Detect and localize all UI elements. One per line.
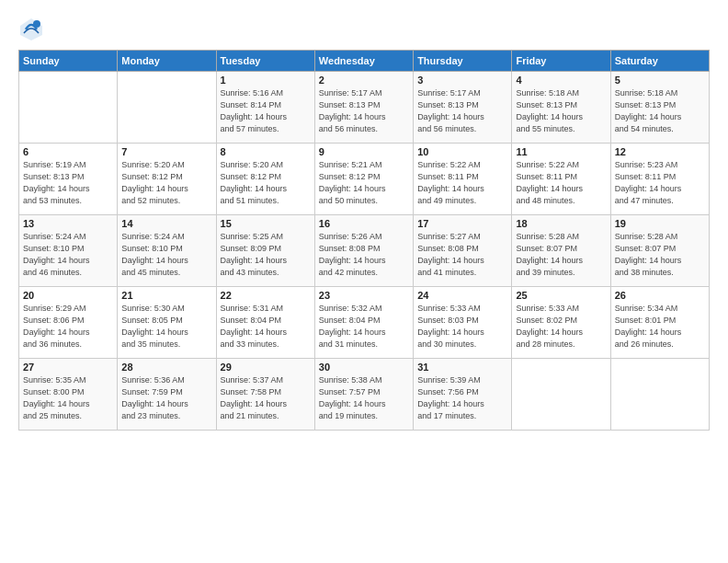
day-detail: Sunrise: 5:38 AM Sunset: 7:57 PM Dayligh… xyxy=(319,374,409,422)
header-row: SundayMondayTuesdayWednesdayThursdayFrid… xyxy=(19,51,710,72)
day-cell: 14Sunrise: 5:24 AM Sunset: 8:10 PM Dayli… xyxy=(118,215,216,287)
day-detail: Sunrise: 5:19 AM Sunset: 8:13 PM Dayligh… xyxy=(23,159,113,207)
day-cell: 31Sunrise: 5:39 AM Sunset: 7:56 PM Dayli… xyxy=(414,359,512,431)
page: SundayMondayTuesdayWednesdayThursdayFrid… xyxy=(0,0,728,563)
day-number: 21 xyxy=(121,290,211,301)
day-detail: Sunrise: 5:20 AM Sunset: 8:12 PM Dayligh… xyxy=(121,159,211,207)
day-cell: 7Sunrise: 5:20 AM Sunset: 8:12 PM Daylig… xyxy=(118,144,216,215)
day-cell: 18Sunrise: 5:28 AM Sunset: 8:07 PM Dayli… xyxy=(512,215,610,287)
day-number: 22 xyxy=(221,290,311,301)
day-cell xyxy=(512,359,610,431)
day-number: 26 xyxy=(615,290,705,301)
day-cell: 24Sunrise: 5:33 AM Sunset: 8:03 PM Dayli… xyxy=(414,287,512,359)
day-cell xyxy=(19,72,118,144)
day-cell: 2Sunrise: 5:17 AM Sunset: 8:13 PM Daylig… xyxy=(314,72,413,144)
day-cell: 8Sunrise: 5:20 AM Sunset: 8:12 PM Daylig… xyxy=(216,144,314,215)
logo xyxy=(18,17,48,42)
day-detail: Sunrise: 5:28 AM Sunset: 8:07 PM Dayligh… xyxy=(615,231,705,279)
day-number: 12 xyxy=(615,146,705,157)
day-cell: 21Sunrise: 5:30 AM Sunset: 8:05 PM Dayli… xyxy=(118,287,216,359)
header-cell-tuesday: Tuesday xyxy=(216,51,314,72)
day-number: 16 xyxy=(319,218,409,229)
header xyxy=(18,17,710,42)
day-number: 9 xyxy=(319,146,409,157)
day-cell: 10Sunrise: 5:22 AM Sunset: 8:11 PM Dayli… xyxy=(414,144,512,215)
day-detail: Sunrise: 5:20 AM Sunset: 8:12 PM Dayligh… xyxy=(221,159,311,207)
day-detail: Sunrise: 5:23 AM Sunset: 8:11 PM Dayligh… xyxy=(615,159,705,207)
day-detail: Sunrise: 5:32 AM Sunset: 8:04 PM Dayligh… xyxy=(319,303,409,350)
day-cell: 17Sunrise: 5:27 AM Sunset: 8:08 PM Dayli… xyxy=(414,215,512,287)
day-detail: Sunrise: 5:18 AM Sunset: 8:13 PM Dayligh… xyxy=(615,87,705,135)
day-cell: 6Sunrise: 5:19 AM Sunset: 8:13 PM Daylig… xyxy=(19,144,118,215)
day-cell: 20Sunrise: 5:29 AM Sunset: 8:06 PM Dayli… xyxy=(19,287,118,359)
day-cell xyxy=(118,72,216,144)
day-detail: Sunrise: 5:33 AM Sunset: 8:03 PM Dayligh… xyxy=(417,303,507,350)
day-number: 7 xyxy=(121,146,211,157)
day-number: 28 xyxy=(121,362,211,373)
day-number: 30 xyxy=(319,362,409,373)
day-detail: Sunrise: 5:17 AM Sunset: 8:13 PM Dayligh… xyxy=(319,87,409,135)
day-detail: Sunrise: 5:34 AM Sunset: 8:01 PM Dayligh… xyxy=(615,303,705,350)
day-number: 18 xyxy=(516,218,606,229)
day-cell: 1Sunrise: 5:16 AM Sunset: 8:14 PM Daylig… xyxy=(216,72,314,144)
day-number: 14 xyxy=(121,218,211,229)
day-number: 20 xyxy=(23,290,113,301)
day-cell: 28Sunrise: 5:36 AM Sunset: 7:59 PM Dayli… xyxy=(118,359,216,431)
header-cell-monday: Monday xyxy=(118,51,216,72)
day-cell: 22Sunrise: 5:31 AM Sunset: 8:04 PM Dayli… xyxy=(216,287,314,359)
day-detail: Sunrise: 5:30 AM Sunset: 8:05 PM Dayligh… xyxy=(121,303,211,350)
day-number: 23 xyxy=(319,290,409,301)
day-number: 17 xyxy=(417,218,507,229)
header-cell-thursday: Thursday xyxy=(414,51,512,72)
day-cell: 16Sunrise: 5:26 AM Sunset: 8:08 PM Dayli… xyxy=(314,215,413,287)
day-cell: 12Sunrise: 5:23 AM Sunset: 8:11 PM Dayli… xyxy=(610,144,709,215)
day-number: 24 xyxy=(417,290,507,301)
week-row-3: 13Sunrise: 5:24 AM Sunset: 8:10 PM Dayli… xyxy=(19,215,710,287)
header-cell-saturday: Saturday xyxy=(610,51,709,72)
day-detail: Sunrise: 5:33 AM Sunset: 8:02 PM Dayligh… xyxy=(516,303,606,350)
week-row-5: 27Sunrise: 5:35 AM Sunset: 8:00 PM Dayli… xyxy=(19,359,710,431)
day-cell: 3Sunrise: 5:17 AM Sunset: 8:13 PM Daylig… xyxy=(414,72,512,144)
day-cell: 19Sunrise: 5:28 AM Sunset: 8:07 PM Dayli… xyxy=(610,215,709,287)
day-cell: 4Sunrise: 5:18 AM Sunset: 8:13 PM Daylig… xyxy=(512,72,610,144)
day-number: 31 xyxy=(417,362,507,373)
week-row-4: 20Sunrise: 5:29 AM Sunset: 8:06 PM Dayli… xyxy=(19,287,710,359)
day-cell: 29Sunrise: 5:37 AM Sunset: 7:58 PM Dayli… xyxy=(216,359,314,431)
header-cell-wednesday: Wednesday xyxy=(314,51,413,72)
day-cell: 25Sunrise: 5:33 AM Sunset: 8:02 PM Dayli… xyxy=(512,287,610,359)
day-cell: 30Sunrise: 5:38 AM Sunset: 7:57 PM Dayli… xyxy=(314,359,413,431)
day-number: 29 xyxy=(221,362,311,373)
day-detail: Sunrise: 5:31 AM Sunset: 8:04 PM Dayligh… xyxy=(221,303,311,350)
day-number: 27 xyxy=(23,362,113,373)
header-cell-friday: Friday xyxy=(512,51,610,72)
day-detail: Sunrise: 5:29 AM Sunset: 8:06 PM Dayligh… xyxy=(23,303,113,350)
day-number: 5 xyxy=(615,75,705,86)
day-detail: Sunrise: 5:39 AM Sunset: 7:56 PM Dayligh… xyxy=(417,374,507,422)
day-detail: Sunrise: 5:24 AM Sunset: 8:10 PM Dayligh… xyxy=(23,231,113,279)
day-cell: 11Sunrise: 5:22 AM Sunset: 8:11 PM Dayli… xyxy=(512,144,610,215)
day-cell: 13Sunrise: 5:24 AM Sunset: 8:10 PM Dayli… xyxy=(19,215,118,287)
day-cell xyxy=(610,359,709,431)
day-number: 4 xyxy=(516,75,606,86)
day-detail: Sunrise: 5:26 AM Sunset: 8:08 PM Dayligh… xyxy=(319,231,409,279)
svg-point-1 xyxy=(33,20,40,28)
day-detail: Sunrise: 5:18 AM Sunset: 8:13 PM Dayligh… xyxy=(516,87,606,135)
day-detail: Sunrise: 5:22 AM Sunset: 8:11 PM Dayligh… xyxy=(417,159,507,207)
day-cell: 15Sunrise: 5:25 AM Sunset: 8:09 PM Dayli… xyxy=(216,215,314,287)
day-detail: Sunrise: 5:28 AM Sunset: 8:07 PM Dayligh… xyxy=(516,231,606,279)
day-detail: Sunrise: 5:16 AM Sunset: 8:14 PM Dayligh… xyxy=(221,87,311,135)
day-number: 8 xyxy=(221,146,311,157)
day-number: 15 xyxy=(221,218,311,229)
day-cell: 9Sunrise: 5:21 AM Sunset: 8:12 PM Daylig… xyxy=(314,144,413,215)
day-number: 2 xyxy=(319,75,409,86)
day-number: 11 xyxy=(516,146,606,157)
day-number: 13 xyxy=(23,218,113,229)
day-number: 6 xyxy=(23,146,113,157)
day-detail: Sunrise: 5:17 AM Sunset: 8:13 PM Dayligh… xyxy=(417,87,507,135)
day-cell: 5Sunrise: 5:18 AM Sunset: 8:13 PM Daylig… xyxy=(610,72,709,144)
header-cell-sunday: Sunday xyxy=(19,51,118,72)
calendar-table: SundayMondayTuesdayWednesdayThursdayFrid… xyxy=(18,50,710,431)
day-number: 3 xyxy=(417,75,507,86)
day-number: 10 xyxy=(417,146,507,157)
day-detail: Sunrise: 5:22 AM Sunset: 8:11 PM Dayligh… xyxy=(516,159,606,207)
